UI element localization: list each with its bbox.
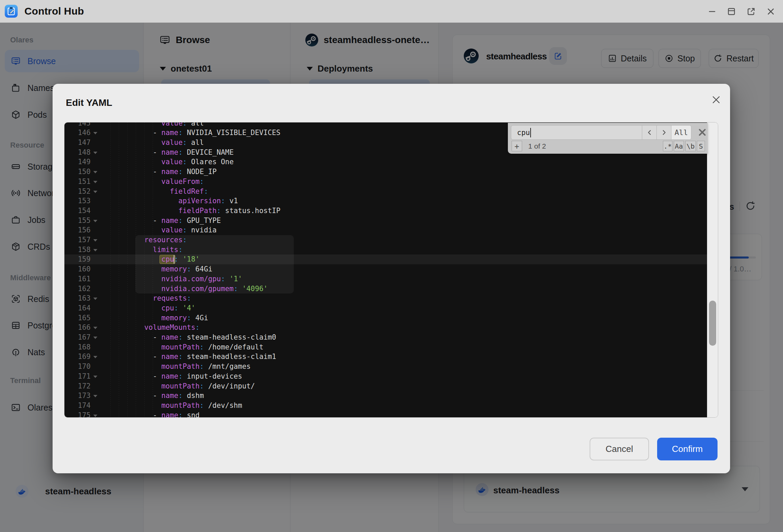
code-line: 173 - name: dshm bbox=[64, 391, 708, 401]
code-line: 162 nvidia.com/gpumem: '4096' bbox=[64, 284, 708, 294]
match-case-toggle[interactable]: Aa bbox=[674, 141, 684, 151]
window-title: Control Hub bbox=[24, 5, 84, 17]
line-number[interactable]: 170 bbox=[64, 362, 91, 372]
close-window-icon[interactable] bbox=[765, 6, 776, 17]
line-number[interactable]: 156 bbox=[64, 225, 91, 235]
code-line: 174 mountPath: /dev/shm bbox=[64, 401, 708, 411]
in-selection-toggle[interactable]: S bbox=[697, 141, 705, 151]
code-line: 172 mountPath: /dev/input/ bbox=[64, 381, 708, 391]
code-line: 157 resources: bbox=[64, 235, 708, 245]
code-line: 163 requests: bbox=[64, 293, 708, 303]
code-line: 175 - name: snd bbox=[64, 411, 708, 418]
line-number[interactable]: 155 bbox=[64, 216, 91, 226]
find-next-button[interactable] bbox=[656, 126, 671, 139]
line-number[interactable]: 166 bbox=[64, 323, 91, 332]
code-line: 159 cpu: '18' bbox=[64, 254, 708, 264]
line-number[interactable]: 150 bbox=[64, 167, 91, 177]
regex-toggle[interactable]: .* bbox=[663, 141, 672, 151]
code-line: 158 limits: bbox=[64, 245, 708, 255]
line-number[interactable]: 147 bbox=[64, 138, 91, 148]
line-number[interactable]: 171 bbox=[64, 372, 91, 381]
line-number[interactable]: 153 bbox=[64, 196, 91, 206]
search-input[interactable]: cpu bbox=[511, 126, 642, 139]
find-previous-button[interactable] bbox=[642, 126, 656, 139]
fold-icon[interactable] bbox=[93, 191, 97, 193]
editor-scrollbar[interactable] bbox=[707, 122, 718, 418]
close-icon[interactable] bbox=[709, 93, 723, 107]
line-number[interactable]: 168 bbox=[64, 342, 91, 352]
line-number[interactable]: 172 bbox=[64, 381, 91, 391]
code-line: 155 - name: GPU_TYPE bbox=[64, 216, 708, 226]
line-number[interactable]: 151 bbox=[64, 177, 91, 187]
line-number[interactable]: 167 bbox=[64, 332, 91, 342]
line-number[interactable]: 162 bbox=[64, 284, 91, 294]
line-number[interactable]: 149 bbox=[64, 157, 91, 167]
line-number[interactable]: 152 bbox=[64, 187, 91, 196]
code-line: 166 volumeMounts: bbox=[64, 323, 708, 332]
fold-icon[interactable] bbox=[93, 395, 97, 397]
code-line: 149 value: Olares One bbox=[64, 157, 708, 167]
line-number[interactable]: 148 bbox=[64, 148, 91, 157]
line-number[interactable]: 174 bbox=[64, 401, 91, 411]
code-line: 169 - name: steam-headless-claim1 bbox=[64, 352, 708, 362]
scrollbar-thumb[interactable] bbox=[709, 301, 716, 346]
line-number[interactable]: 161 bbox=[64, 274, 91, 284]
line-number[interactable]: 175 bbox=[64, 411, 91, 418]
fold-icon[interactable] bbox=[93, 181, 97, 183]
line-number[interactable]: 157 bbox=[64, 235, 91, 245]
code-line: 168 mountPath: /home/default bbox=[64, 342, 708, 352]
line-number[interactable]: 145 bbox=[64, 122, 91, 128]
confirm-button[interactable]: Confirm bbox=[657, 438, 718, 460]
fold-icon[interactable] bbox=[93, 327, 97, 329]
find-close-icon[interactable] bbox=[696, 127, 708, 138]
fold-icon[interactable] bbox=[93, 249, 97, 251]
line-number[interactable]: 160 bbox=[64, 264, 91, 274]
code-line: 167 - name: steam-headless-claim0 bbox=[64, 332, 708, 342]
code-line: 170 mountPath: /mnt/games bbox=[64, 362, 708, 372]
fold-icon[interactable] bbox=[93, 152, 97, 154]
code-line: 160 memory: 64Gi bbox=[64, 264, 708, 274]
code-line: 165 memory: 4Gi bbox=[64, 313, 708, 323]
line-number[interactable]: 159 bbox=[64, 254, 91, 264]
code-line: 156 value: nvidia bbox=[64, 225, 708, 235]
dialog-title: Edit YAML bbox=[66, 97, 112, 108]
fold-icon[interactable] bbox=[93, 298, 97, 300]
code-line: 154 fieldPath: status.hostIP bbox=[64, 206, 708, 216]
code-line: 171 - name: input-devices bbox=[64, 372, 708, 381]
code-line: 164 cpu: '4' bbox=[64, 303, 708, 313]
line-number[interactable]: 146 bbox=[64, 128, 91, 138]
find-all-button[interactable]: All bbox=[671, 126, 691, 139]
fold-icon[interactable] bbox=[93, 415, 97, 417]
open-external-icon[interactable] bbox=[746, 6, 757, 17]
line-number[interactable]: 154 bbox=[64, 206, 91, 216]
fold-icon[interactable] bbox=[93, 337, 97, 339]
code-editor[interactable]: 145 value: all146 - name: NVIDIA_VISIBLE… bbox=[64, 122, 708, 418]
fold-icon[interactable] bbox=[93, 220, 97, 222]
cancel-button[interactable]: Cancel bbox=[590, 438, 649, 460]
minimize-icon[interactable] bbox=[707, 6, 718, 17]
fold-icon[interactable] bbox=[93, 132, 97, 134]
title-bar: Control Hub bbox=[0, 0, 783, 23]
whole-word-toggle[interactable]: \b bbox=[685, 141, 696, 151]
find-panel: cpu All + 1 of 2 .* Aa \b S bbox=[508, 123, 708, 154]
line-number[interactable]: 173 bbox=[64, 391, 91, 401]
fold-icon[interactable] bbox=[93, 356, 97, 358]
find-add-button[interactable]: + bbox=[512, 141, 522, 151]
fold-icon[interactable] bbox=[93, 239, 97, 242]
text-cursor bbox=[174, 255, 174, 264]
app-icon bbox=[5, 5, 18, 18]
code-line: 150 - name: NODE_IP bbox=[64, 167, 708, 177]
yaml-editor-container: 145 value: all146 - name: NVIDIA_VISIBLE… bbox=[64, 122, 718, 418]
code-line: 161 nvidia.com/gpu: '1' bbox=[64, 274, 708, 284]
line-number[interactable]: 164 bbox=[64, 303, 91, 313]
line-number[interactable]: 158 bbox=[64, 245, 91, 255]
fold-icon[interactable] bbox=[93, 376, 97, 378]
fold-icon[interactable] bbox=[93, 171, 97, 173]
line-number[interactable]: 163 bbox=[64, 293, 91, 303]
code-line: 151 valueFrom: bbox=[64, 177, 708, 187]
input-cursor bbox=[530, 128, 531, 137]
line-number[interactable]: 169 bbox=[64, 352, 91, 362]
line-number[interactable]: 165 bbox=[64, 313, 91, 323]
code-line: 152 fieldRef: bbox=[64, 187, 708, 196]
maximize-icon[interactable] bbox=[726, 6, 737, 17]
